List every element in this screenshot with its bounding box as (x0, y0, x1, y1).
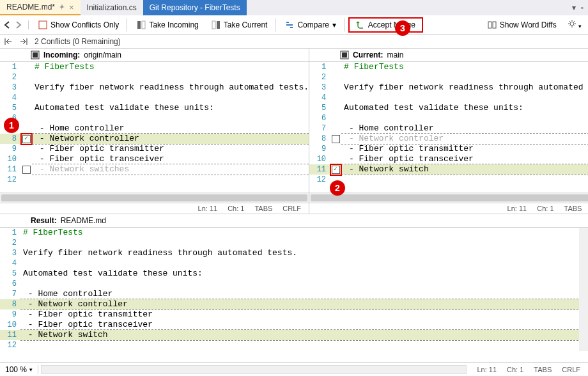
zoom-selector[interactable]: 100 % ▾ (0, 365, 38, 374)
code-line[interactable]: 3Verify fiber network readiness through … (309, 82, 588, 93)
line-number: 12 (309, 175, 330, 185)
take-incoming-button[interactable]: Take Incoming (131, 18, 204, 32)
settings-button[interactable]: ▾ (564, 19, 585, 30)
line-number: 3 (0, 82, 20, 93)
line-number: 2 (0, 238, 20, 248)
line-text: - Fiber optic transceiver (20, 320, 153, 330)
chevron-down-icon[interactable]: ▾ (570, 3, 578, 12)
accept-merge-button[interactable]: Accept Merge (348, 17, 423, 33)
result-title: Result: (31, 216, 57, 225)
code-line[interactable]: 2 (309, 72, 588, 82)
code-line[interactable]: 9 - Fiber optic transmitter (309, 144, 588, 154)
svg-rect-6 (493, 22, 496, 28)
line-text: Verify fiber network readiness through a… (20, 248, 297, 258)
back-icon[interactable] (3, 20, 12, 29)
code-line[interactable]: 9 - Fiber optic transmitter (0, 309, 588, 320)
code-line[interactable]: 5Automated test validate these units: (0, 103, 309, 113)
code-line[interactable]: 5Automated test validate these units: (309, 103, 588, 113)
code-line[interactable]: 8 - Network controler (309, 134, 588, 144)
tab-init[interactable]: Initialization.cs (81, 0, 143, 15)
code-line[interactable]: 2 (0, 238, 588, 248)
tabs-overflow: ▾ ▫ (570, 0, 588, 15)
code-line[interactable]: 4 (309, 93, 588, 103)
tab-readme[interactable]: README.md* × (0, 0, 81, 15)
next-conflict-icon[interactable] (19, 37, 28, 46)
bottom-bar: 100 % ▾ Ln: 11 Ch: 1 TABS CRLF (0, 362, 588, 376)
code-line[interactable]: 9 - Fiber optic transmitter (0, 144, 309, 154)
pin-icon[interactable] (59, 4, 65, 10)
code-line[interactable]: 5Automated test validate these units: (0, 269, 588, 279)
code-line[interactable]: 10 - Fiber optic transceiver (0, 320, 588, 330)
tab-git-repo[interactable]: Git Repository - FiberTests (143, 0, 247, 15)
line-number: 8 (309, 134, 330, 144)
line-text: Automated test validate these units: (20, 269, 203, 279)
compare-icon (285, 20, 294, 29)
forward-icon[interactable] (14, 20, 23, 29)
code-line[interactable]: 7 - Home controller (0, 289, 588, 299)
code-line[interactable]: 1# FiberTests (309, 62, 588, 72)
take-current-button[interactable]: Take Current (206, 18, 276, 32)
code-line[interactable]: 11 - Network switch (0, 330, 588, 340)
code-line[interactable]: 11 - Network switches (0, 164, 309, 175)
conflict-checkbox[interactable] (332, 135, 340, 143)
conflict-checkbox[interactable] (22, 166, 31, 174)
code-line[interactable]: 1# FiberTests (0, 62, 309, 72)
code-line[interactable]: 10 - Fiber optic transceiver (309, 154, 588, 164)
code-line[interactable]: 6 (309, 113, 588, 123)
button-label: Show Word Diffs (500, 20, 557, 29)
pane-icon (340, 51, 349, 59)
first-conflict-icon[interactable] (4, 37, 13, 46)
current-code[interactable]: 1# FiberTests23Verify fiber network read… (309, 62, 588, 192)
hscrollbar[interactable] (41, 365, 467, 374)
code-line[interactable]: 6 (0, 113, 309, 123)
pane-status: Ln: 11 Ch: 1 TABS CRLF (0, 203, 309, 214)
line-number: 2 (0, 72, 20, 82)
conflict-checkbox[interactable] (332, 166, 340, 174)
result-header: Result: README.md (0, 214, 588, 228)
annotation-callout: 3 (395, 20, 410, 36)
code-line[interactable]: 12 (0, 175, 309, 185)
line-number: 12 (0, 175, 20, 185)
line-text: - Fiber optic transceiver (341, 154, 474, 164)
result-code[interactable]: 1# FiberTests23Verify fiber network read… (0, 228, 588, 350)
line-text: # FiberTests (20, 228, 83, 238)
svg-rect-9 (33, 52, 38, 58)
line-number: 11 (309, 164, 330, 175)
line-number: 1 (0, 228, 20, 238)
line-text: - Network controller (32, 133, 309, 145)
window-icon[interactable]: ▫ (579, 3, 585, 12)
compare-button[interactable]: Compare ▾ (279, 18, 344, 32)
tab-label: Initialization.cs (87, 3, 137, 12)
code-line[interactable]: 1# FiberTests (0, 228, 588, 238)
annotation-callout: 1 (4, 118, 19, 133)
status-tabs: TABS (534, 366, 552, 373)
code-line[interactable]: 2 (0, 72, 309, 82)
show-word-diffs-button[interactable]: Show Word Diffs (482, 18, 562, 32)
code-line[interactable]: 8 - Network controller (0, 134, 309, 144)
code-line[interactable]: 4 (0, 258, 588, 269)
code-line[interactable]: 12 (0, 340, 588, 350)
line-number: 4 (0, 93, 20, 103)
code-line[interactable]: 6 (0, 279, 588, 289)
code-line[interactable]: 7 - Home controller (309, 123, 588, 134)
line-number: 2 (309, 72, 330, 82)
incoming-code[interactable]: 1# FiberTests23Verify fiber network read… (0, 62, 309, 192)
status-crlf: CRLF (282, 205, 301, 212)
close-icon[interactable]: × (69, 3, 74, 12)
code-line[interactable]: 4 (0, 93, 309, 103)
code-line[interactable]: 12 (309, 175, 588, 185)
line-number: 9 (309, 144, 330, 154)
code-line[interactable]: 11 - Network switch (309, 164, 588, 175)
vscrollbar[interactable] (579, 228, 588, 351)
code-line[interactable]: 3Verify fiber network readiness through … (0, 248, 588, 258)
line-number: 8 (0, 134, 20, 144)
hscrollbar[interactable] (309, 192, 588, 203)
code-line[interactable]: 3Verify fiber network readiness through … (0, 82, 309, 93)
show-conflicts-button[interactable]: Show Conflicts Only (33, 18, 127, 32)
hscrollbar[interactable] (0, 192, 309, 203)
chevron-down-icon: ▾ (578, 23, 582, 29)
code-line[interactable]: 10 - Fiber optic transceiver (0, 154, 309, 164)
code-line[interactable]: 8 - Network controller (0, 299, 588, 309)
code-line[interactable]: 7 - Home controller (0, 123, 309, 134)
conflict-checkbox[interactable] (22, 135, 31, 143)
